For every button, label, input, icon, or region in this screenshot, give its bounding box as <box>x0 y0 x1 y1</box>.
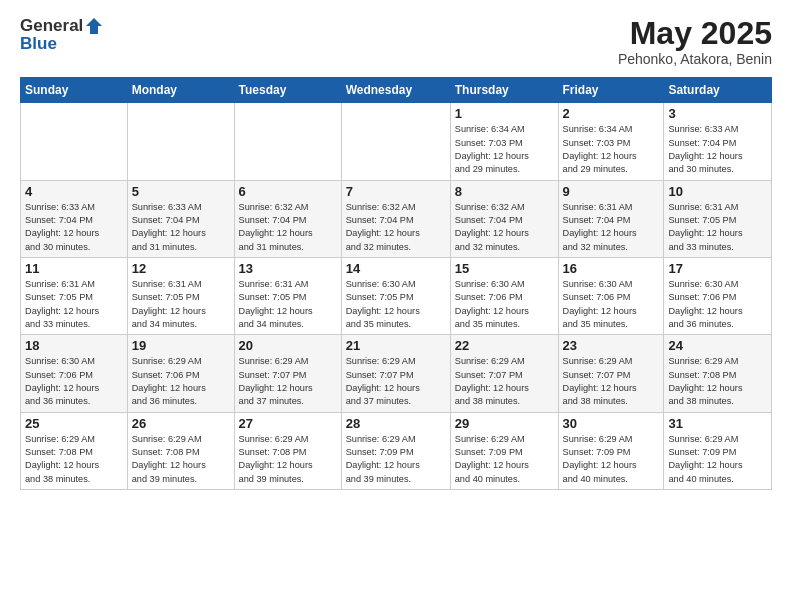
day-number: 19 <box>132 338 230 353</box>
weekday-header-friday: Friday <box>558 78 664 103</box>
day-number: 17 <box>668 261 767 276</box>
calendar-cell: 1Sunrise: 6:34 AM Sunset: 7:03 PM Daylig… <box>450 103 558 180</box>
day-info: Sunrise: 6:33 AM Sunset: 7:04 PM Dayligh… <box>132 201 230 254</box>
day-number: 26 <box>132 416 230 431</box>
day-number: 18 <box>25 338 123 353</box>
day-info: Sunrise: 6:31 AM Sunset: 7:04 PM Dayligh… <box>563 201 660 254</box>
weekday-header-tuesday: Tuesday <box>234 78 341 103</box>
day-number: 6 <box>239 184 337 199</box>
logo-blue-text: Blue <box>20 34 104 54</box>
day-info: Sunrise: 6:34 AM Sunset: 7:03 PM Dayligh… <box>563 123 660 176</box>
calendar-cell: 16Sunrise: 6:30 AM Sunset: 7:06 PM Dayli… <box>558 257 664 334</box>
calendar-cell: 30Sunrise: 6:29 AM Sunset: 7:09 PM Dayli… <box>558 412 664 489</box>
calendar-cell <box>341 103 450 180</box>
day-info: Sunrise: 6:32 AM Sunset: 7:04 PM Dayligh… <box>239 201 337 254</box>
day-number: 5 <box>132 184 230 199</box>
calendar-cell: 22Sunrise: 6:29 AM Sunset: 7:07 PM Dayli… <box>450 335 558 412</box>
day-info: Sunrise: 6:30 AM Sunset: 7:05 PM Dayligh… <box>346 278 446 331</box>
calendar-cell: 10Sunrise: 6:31 AM Sunset: 7:05 PM Dayli… <box>664 180 772 257</box>
day-number: 22 <box>455 338 554 353</box>
calendar-cell: 28Sunrise: 6:29 AM Sunset: 7:09 PM Dayli… <box>341 412 450 489</box>
day-info: Sunrise: 6:30 AM Sunset: 7:06 PM Dayligh… <box>563 278 660 331</box>
calendar-cell: 21Sunrise: 6:29 AM Sunset: 7:07 PM Dayli… <box>341 335 450 412</box>
calendar-cell: 15Sunrise: 6:30 AM Sunset: 7:06 PM Dayli… <box>450 257 558 334</box>
day-number: 8 <box>455 184 554 199</box>
day-number: 25 <box>25 416 123 431</box>
day-info: Sunrise: 6:29 AM Sunset: 7:07 PM Dayligh… <box>346 355 446 408</box>
day-info: Sunrise: 6:30 AM Sunset: 7:06 PM Dayligh… <box>25 355 123 408</box>
calendar-row-3: 11Sunrise: 6:31 AM Sunset: 7:05 PM Dayli… <box>21 257 772 334</box>
day-info: Sunrise: 6:29 AM Sunset: 7:09 PM Dayligh… <box>563 433 660 486</box>
day-number: 2 <box>563 106 660 121</box>
day-number: 14 <box>346 261 446 276</box>
calendar-cell: 3Sunrise: 6:33 AM Sunset: 7:04 PM Daylig… <box>664 103 772 180</box>
day-number: 29 <box>455 416 554 431</box>
calendar-row-4: 18Sunrise: 6:30 AM Sunset: 7:06 PM Dayli… <box>21 335 772 412</box>
month-title: May 2025 <box>618 16 772 51</box>
calendar-cell: 9Sunrise: 6:31 AM Sunset: 7:04 PM Daylig… <box>558 180 664 257</box>
day-info: Sunrise: 6:29 AM Sunset: 7:08 PM Dayligh… <box>239 433 337 486</box>
page-header: General Blue May 2025 Pehonko, Atakora, … <box>20 16 772 67</box>
weekday-header-saturday: Saturday <box>664 78 772 103</box>
day-info: Sunrise: 6:33 AM Sunset: 7:04 PM Dayligh… <box>25 201 123 254</box>
day-number: 3 <box>668 106 767 121</box>
day-number: 15 <box>455 261 554 276</box>
day-number: 11 <box>25 261 123 276</box>
calendar-cell: 13Sunrise: 6:31 AM Sunset: 7:05 PM Dayli… <box>234 257 341 334</box>
logo-general-text: General <box>20 16 83 36</box>
day-info: Sunrise: 6:32 AM Sunset: 7:04 PM Dayligh… <box>455 201 554 254</box>
day-info: Sunrise: 6:29 AM Sunset: 7:07 PM Dayligh… <box>239 355 337 408</box>
weekday-header-thursday: Thursday <box>450 78 558 103</box>
day-info: Sunrise: 6:29 AM Sunset: 7:07 PM Dayligh… <box>563 355 660 408</box>
calendar-cell: 17Sunrise: 6:30 AM Sunset: 7:06 PM Dayli… <box>664 257 772 334</box>
calendar-cell: 11Sunrise: 6:31 AM Sunset: 7:05 PM Dayli… <box>21 257 128 334</box>
day-number: 1 <box>455 106 554 121</box>
day-info: Sunrise: 6:29 AM Sunset: 7:08 PM Dayligh… <box>668 355 767 408</box>
calendar-cell: 20Sunrise: 6:29 AM Sunset: 7:07 PM Dayli… <box>234 335 341 412</box>
day-number: 23 <box>563 338 660 353</box>
calendar-row-1: 1Sunrise: 6:34 AM Sunset: 7:03 PM Daylig… <box>21 103 772 180</box>
calendar-cell: 25Sunrise: 6:29 AM Sunset: 7:08 PM Dayli… <box>21 412 128 489</box>
calendar-cell <box>21 103 128 180</box>
day-info: Sunrise: 6:31 AM Sunset: 7:05 PM Dayligh… <box>132 278 230 331</box>
day-number: 24 <box>668 338 767 353</box>
day-number: 10 <box>668 184 767 199</box>
day-number: 9 <box>563 184 660 199</box>
day-info: Sunrise: 6:34 AM Sunset: 7:03 PM Dayligh… <box>455 123 554 176</box>
day-number: 30 <box>563 416 660 431</box>
calendar-cell <box>127 103 234 180</box>
calendar-cell: 19Sunrise: 6:29 AM Sunset: 7:06 PM Dayli… <box>127 335 234 412</box>
day-number: 16 <box>563 261 660 276</box>
day-number: 31 <box>668 416 767 431</box>
day-info: Sunrise: 6:29 AM Sunset: 7:09 PM Dayligh… <box>346 433 446 486</box>
location: Pehonko, Atakora, Benin <box>618 51 772 67</box>
weekday-header-sunday: Sunday <box>21 78 128 103</box>
day-info: Sunrise: 6:29 AM Sunset: 7:09 PM Dayligh… <box>668 433 767 486</box>
day-number: 27 <box>239 416 337 431</box>
logo: General Blue <box>20 16 104 54</box>
day-info: Sunrise: 6:29 AM Sunset: 7:08 PM Dayligh… <box>25 433 123 486</box>
day-info: Sunrise: 6:29 AM Sunset: 7:07 PM Dayligh… <box>455 355 554 408</box>
day-info: Sunrise: 6:31 AM Sunset: 7:05 PM Dayligh… <box>668 201 767 254</box>
calendar-cell: 27Sunrise: 6:29 AM Sunset: 7:08 PM Dayli… <box>234 412 341 489</box>
svg-marker-0 <box>86 18 102 34</box>
calendar-cell <box>234 103 341 180</box>
calendar-table: SundayMondayTuesdayWednesdayThursdayFrid… <box>20 77 772 490</box>
weekday-header-wednesday: Wednesday <box>341 78 450 103</box>
calendar-cell: 7Sunrise: 6:32 AM Sunset: 7:04 PM Daylig… <box>341 180 450 257</box>
day-info: Sunrise: 6:29 AM Sunset: 7:09 PM Dayligh… <box>455 433 554 486</box>
calendar-cell: 31Sunrise: 6:29 AM Sunset: 7:09 PM Dayli… <box>664 412 772 489</box>
day-info: Sunrise: 6:30 AM Sunset: 7:06 PM Dayligh… <box>455 278 554 331</box>
calendar-cell: 23Sunrise: 6:29 AM Sunset: 7:07 PM Dayli… <box>558 335 664 412</box>
calendar-cell: 14Sunrise: 6:30 AM Sunset: 7:05 PM Dayli… <box>341 257 450 334</box>
calendar-row-2: 4Sunrise: 6:33 AM Sunset: 7:04 PM Daylig… <box>21 180 772 257</box>
calendar-cell: 5Sunrise: 6:33 AM Sunset: 7:04 PM Daylig… <box>127 180 234 257</box>
day-number: 4 <box>25 184 123 199</box>
day-info: Sunrise: 6:31 AM Sunset: 7:05 PM Dayligh… <box>25 278 123 331</box>
calendar-cell: 12Sunrise: 6:31 AM Sunset: 7:05 PM Dayli… <box>127 257 234 334</box>
day-info: Sunrise: 6:33 AM Sunset: 7:04 PM Dayligh… <box>668 123 767 176</box>
day-number: 7 <box>346 184 446 199</box>
day-info: Sunrise: 6:30 AM Sunset: 7:06 PM Dayligh… <box>668 278 767 331</box>
calendar-cell: 8Sunrise: 6:32 AM Sunset: 7:04 PM Daylig… <box>450 180 558 257</box>
day-info: Sunrise: 6:29 AM Sunset: 7:08 PM Dayligh… <box>132 433 230 486</box>
